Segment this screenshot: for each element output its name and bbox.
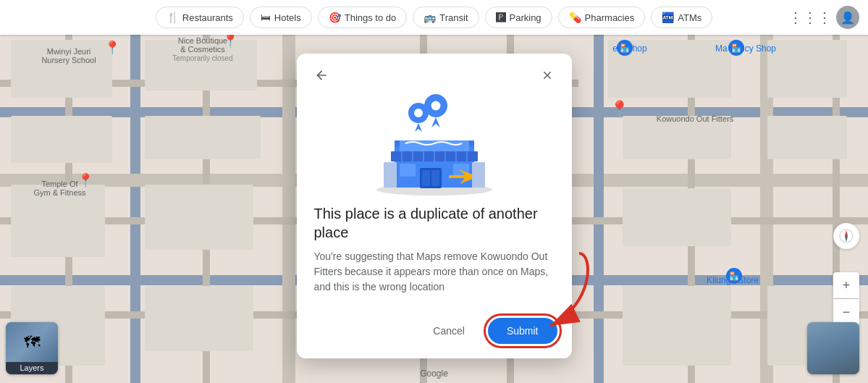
user-avatar[interactable]: 👤 (836, 6, 859, 29)
nav-pill-restaurants[interactable]: 🍴 Restaurants (156, 7, 244, 28)
hotels-icon: 🛏 (261, 12, 271, 23)
pharmacies-icon: 💊 (569, 12, 581, 23)
map-block9 (623, 116, 731, 159)
store-icon-malucyshop[interactable]: 🏪 (728, 40, 744, 56)
layers-button[interactable]: 🗺 Layers (6, 322, 58, 374)
road-v2 (282, 35, 295, 383)
apps-grid-button[interactable]: ⋮⋮⋮ (788, 9, 832, 26)
map-block15 (145, 286, 253, 351)
nav-pill-transit[interactable]: 🚌 Transit (413, 7, 479, 28)
svg-rect-17 (400, 164, 416, 177)
nav-pill-atms[interactable]: 🏧 ATMs (651, 7, 712, 28)
map-block5 (11, 185, 105, 257)
modal-close-button[interactable] (534, 62, 560, 88)
modal-description: You're suggesting that Maps remove Kowuo… (297, 249, 572, 312)
nav-pill-hotels[interactable]: 🛏 Hotels (250, 7, 312, 28)
pin-gym[interactable]: 📍 (77, 172, 93, 188)
modal-illustration (297, 88, 572, 204)
map-block11 (623, 188, 731, 246)
pin-school[interactable]: 📍 (104, 40, 120, 56)
map-block4 (145, 116, 261, 159)
zoom-out-button[interactable]: − (833, 299, 859, 325)
svg-rect-16 (431, 170, 439, 186)
map-block8 (767, 40, 847, 98)
svg-rect-15 (422, 170, 430, 186)
layers-label: Layers (6, 362, 58, 374)
cancel-button[interactable]: Cancel (418, 319, 479, 342)
parking-icon: 🅿 (496, 12, 506, 23)
map-block12 (623, 286, 731, 366)
map-block1 (11, 40, 112, 98)
map-block3 (11, 116, 112, 163)
submit-button[interactable]: Submit (488, 318, 557, 344)
road-v1 (130, 35, 140, 383)
atms-icon: 🏧 (662, 12, 674, 23)
svg-point-1 (845, 235, 848, 237)
store-icon-kilungu[interactable]: 🏪 (726, 268, 742, 284)
streetview-thumbnail[interactable]: 🧍 (807, 322, 859, 374)
svg-point-23 (431, 101, 440, 111)
compass-button[interactable] (833, 223, 859, 249)
restaurants-icon: 🍴 (167, 12, 179, 23)
top-navigation: 🍴 Restaurants 🛏 Hotels 🎯 Things to do 🚌 … (0, 0, 868, 35)
map-block6 (145, 185, 253, 250)
svg-rect-24 (384, 162, 397, 188)
pin-boutique[interactable]: 📍 (222, 33, 238, 49)
modal-title: This place is a duplicate of another pla… (297, 204, 572, 249)
map-block2 (145, 40, 257, 91)
nav-pill-pharmacies[interactable]: 💊 Pharmacies (558, 7, 646, 28)
store-icon-realshop[interactable]: 🏪 (617, 40, 633, 56)
svg-point-21 (414, 109, 423, 117)
pin-kowuondo[interactable]: 📍 (610, 100, 629, 119)
modal-header (297, 54, 572, 88)
things-icon: 🎯 (329, 12, 341, 23)
svg-rect-25 (472, 162, 485, 188)
road-v3 (594, 35, 604, 383)
nav-pill-things[interactable]: 🎯 Things to do (318, 7, 408, 28)
transit-icon: 🚌 (424, 12, 436, 23)
modal-back-button[interactable] (308, 62, 334, 88)
map-zoom-controls: + − (833, 272, 859, 325)
modal-dialog: This place is a duplicate of another pla… (297, 54, 572, 358)
zoom-in-button[interactable]: + (833, 272, 859, 298)
nav-pill-parking[interactable]: 🅿 Parking (485, 7, 552, 28)
modal-footer: Cancel Submit (297, 312, 572, 358)
map-block10 (767, 116, 847, 159)
